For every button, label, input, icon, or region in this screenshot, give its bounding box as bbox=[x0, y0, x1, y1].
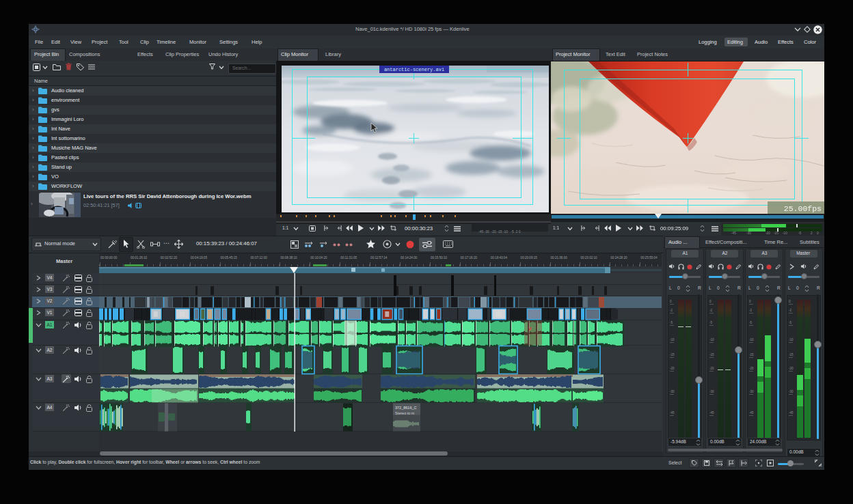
svg-text:antarctic-scenery.avi: antarctic-scenery.avi bbox=[384, 67, 444, 72]
svg-text:372_8616_C: 372_8616_C bbox=[395, 406, 417, 410]
svg-text:25.00fps: 25.00fps bbox=[784, 204, 822, 213]
svg-text:V: V bbox=[528, 326, 532, 331]
svg-text:Stereo to m: Stereo to m bbox=[395, 411, 415, 415]
